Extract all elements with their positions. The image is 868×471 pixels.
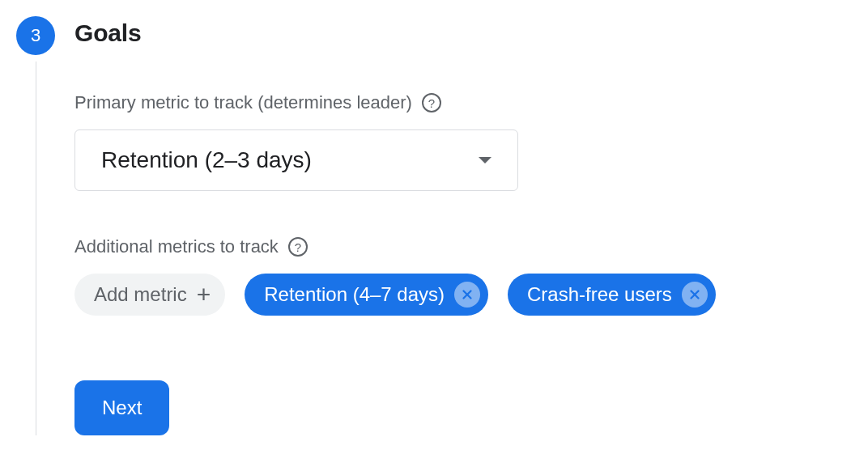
goals-section: 3 Goals Primary metric to track (determi…	[16, 16, 852, 435]
section-title: Goals	[74, 19, 852, 47]
metric-chip[interactable]: Retention (4–7 days)	[245, 274, 488, 316]
primary-metric-value: Retention (2–3 days)	[101, 147, 312, 173]
help-icon[interactable]: ?	[422, 93, 441, 112]
next-button[interactable]: Next	[74, 380, 169, 435]
add-metric-label: Add metric	[94, 283, 187, 306]
close-icon	[687, 287, 702, 302]
step-number-badge: 3	[16, 16, 55, 55]
metric-chip-label: Crash-free users	[527, 283, 672, 306]
remove-metric-button[interactable]	[454, 282, 480, 308]
metric-chip-label: Retention (4–7 days)	[264, 283, 445, 306]
primary-metric-select[interactable]: Retention (2–3 days)	[74, 129, 518, 191]
step-number: 3	[31, 25, 40, 46]
help-icon[interactable]: ?	[288, 237, 308, 257]
chevron-down-icon	[479, 157, 491, 163]
metric-chip[interactable]: Crash-free users	[508, 274, 716, 316]
step-connector-line	[36, 62, 36, 435]
close-icon	[460, 287, 474, 302]
metric-chips-row: Add metric + Retention (4–7 days) Crash-…	[74, 274, 852, 316]
primary-metric-label: Primary metric to track (determines lead…	[74, 92, 412, 113]
additional-metrics-label-row: Additional metrics to track ?	[74, 236, 852, 257]
additional-metrics-label: Additional metrics to track	[74, 236, 279, 257]
step-indicator-column: 3	[16, 16, 55, 435]
primary-metric-label-row: Primary metric to track (determines lead…	[74, 92, 852, 113]
plus-icon: +	[197, 282, 211, 307]
remove-metric-button[interactable]	[682, 282, 708, 308]
add-metric-chip[interactable]: Add metric +	[74, 274, 225, 316]
section-content: Goals Primary metric to track (determine…	[74, 16, 852, 435]
